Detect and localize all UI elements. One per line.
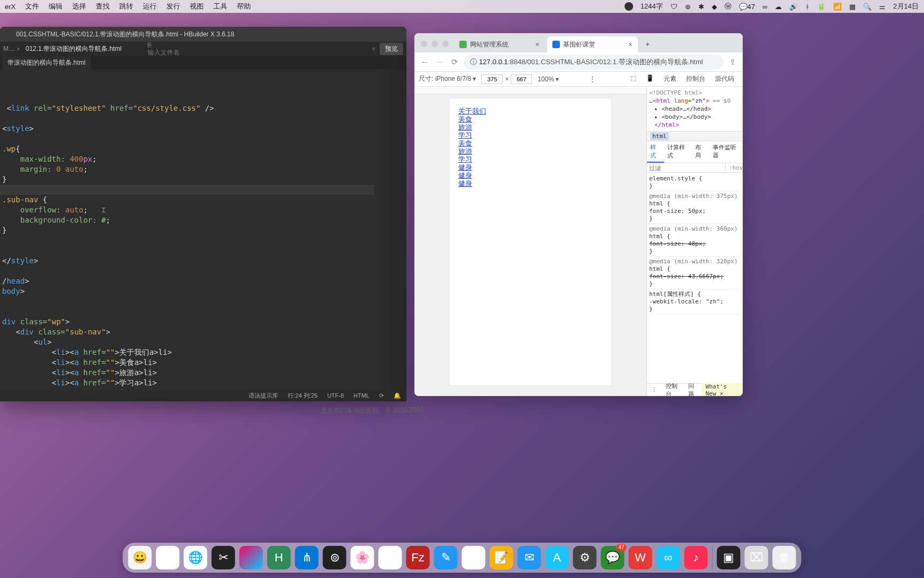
traffic-lights[interactable] bbox=[419, 41, 454, 52]
volume-icon[interactable]: 🔊 bbox=[789, 3, 798, 11]
drawer-issues[interactable]: 问题 bbox=[684, 382, 702, 397]
url-input[interactable]: ⓘ 127.0.0.1:8848/001.CSSHTML-BASIC/012.1… bbox=[464, 55, 723, 70]
dock-app[interactable]: 📝 bbox=[490, 546, 513, 569]
nav-link[interactable]: 旅游 bbox=[458, 123, 603, 131]
dock-app[interactable]: H bbox=[267, 546, 291, 569]
viewport-width-input[interactable] bbox=[481, 74, 503, 84]
menu-view[interactable]: 视图 bbox=[185, 2, 209, 11]
tab-styles[interactable]: 样式 bbox=[647, 141, 664, 163]
menu-help[interactable]: 帮助 bbox=[232, 2, 256, 11]
dock-app[interactable]: ☰ bbox=[462, 546, 486, 569]
menu-file[interactable]: 文件 bbox=[20, 2, 44, 11]
record-icon[interactable] bbox=[625, 2, 633, 11]
menu-publish[interactable]: 发行 bbox=[161, 2, 185, 11]
dock-app[interactable]: 🗑 bbox=[773, 546, 796, 569]
dock-app[interactable]: 🌐 bbox=[184, 546, 207, 569]
more-icon[interactable]: ⋮ bbox=[589, 75, 596, 83]
status-icon[interactable]: ⊕ bbox=[685, 3, 691, 11]
panel-sources[interactable]: 源代码 bbox=[711, 72, 738, 86]
dock-app[interactable]: ✎ bbox=[434, 546, 458, 569]
file-search-icon[interactable]: ⎘ bbox=[148, 41, 151, 49]
nav-link[interactable]: 美食 bbox=[458, 115, 603, 123]
menu-edit[interactable]: 编辑 bbox=[44, 2, 67, 11]
styles-filter-input[interactable] bbox=[647, 163, 725, 172]
status-icon[interactable]: ◆ bbox=[712, 3, 717, 11]
dock-app[interactable]: W bbox=[629, 546, 652, 569]
control-center-icon[interactable]: ⚌ bbox=[879, 3, 886, 11]
back-button[interactable]: ← bbox=[419, 56, 430, 68]
zoom-select[interactable]: 100% ▾ bbox=[537, 75, 559, 83]
page-preview[interactable]: 关于我们美食旅游学习美食旅游学习健身健身健身 bbox=[450, 98, 611, 385]
status-icon[interactable]: ▦ bbox=[849, 3, 856, 11]
share-icon[interactable]: ⇪ bbox=[727, 56, 738, 68]
panel-console[interactable]: 控制台 bbox=[682, 72, 710, 86]
bell-icon[interactable]: 🔔 bbox=[394, 392, 401, 399]
dock-app[interactable]: 14 bbox=[379, 546, 402, 569]
nav-link[interactable]: 健身 bbox=[458, 171, 603, 179]
wifi-icon[interactable]: 📶 bbox=[833, 3, 842, 11]
menu-tools[interactable]: 工具 bbox=[209, 2, 232, 11]
reload-button[interactable]: ⟳ bbox=[449, 56, 460, 68]
nav-link[interactable]: 学习 bbox=[458, 131, 603, 139]
dock-app[interactable]: ⋔ bbox=[295, 546, 319, 569]
wechat-status-icon[interactable]: 💬 47 bbox=[739, 3, 755, 11]
tab-listeners[interactable]: 事件监听器 bbox=[710, 141, 743, 163]
dock-app[interactable]: 🌸 bbox=[351, 546, 374, 569]
dock-app[interactable]: ⚙ bbox=[573, 546, 597, 569]
device-icon[interactable]: 📱 bbox=[642, 72, 658, 86]
dock-app[interactable]: ♪ bbox=[684, 546, 708, 569]
date[interactable]: 2月14日 bbox=[893, 2, 919, 11]
menu-find[interactable]: 查找 bbox=[91, 2, 114, 11]
dock-app[interactable]: 😀 bbox=[128, 546, 152, 569]
encoding[interactable]: UTF-8 bbox=[327, 392, 344, 399]
status-icon[interactable]: ☁ bbox=[775, 3, 782, 11]
status-icon[interactable]: ⓦ bbox=[725, 2, 732, 11]
dock-app[interactable] bbox=[240, 546, 263, 569]
dock-app[interactable]: 💬47 bbox=[601, 546, 625, 569]
nav-link[interactable]: 旅游 bbox=[458, 147, 603, 155]
preview-button[interactable]: 预览 bbox=[380, 43, 403, 55]
hov-toggle[interactable]: :hov bbox=[725, 163, 743, 172]
drawer-console[interactable]: 控制台 bbox=[661, 382, 684, 397]
search-icon[interactable]: 🔍 bbox=[863, 3, 872, 11]
nav-link[interactable]: 关于我们 bbox=[458, 107, 603, 115]
language[interactable]: HTML bbox=[353, 392, 369, 399]
menu-select[interactable]: 选择 bbox=[67, 2, 91, 11]
code-editor[interactable]: <link rel="stylesheet" href="css/style.c… bbox=[0, 70, 406, 390]
dock-app[interactable]: ⊞ bbox=[156, 546, 180, 569]
status-icon[interactable]: ✱ bbox=[698, 3, 704, 11]
dock-app[interactable]: ⊚ bbox=[323, 546, 346, 569]
browser-tab[interactable]: 网站管理系统× bbox=[454, 36, 545, 52]
menu-run[interactable]: 运行 bbox=[138, 2, 161, 11]
dock-app[interactable]: ∞ bbox=[657, 546, 680, 569]
crumb-file[interactable]: 012.1.带滚动图的横向导航条.html bbox=[21, 43, 126, 55]
app-name[interactable]: erX bbox=[0, 3, 20, 11]
dom-tree[interactable]: <!DOCTYPE html> …<html lang="zh"> == $0 … bbox=[647, 87, 743, 132]
sync-icon[interactable]: ⟳ bbox=[379, 392, 384, 399]
status-icon[interactable]: 🛡 bbox=[671, 3, 677, 11]
dock-app[interactable]: A bbox=[545, 546, 569, 569]
editor-tab[interactable]: 带滚动图的横向导航条.html bbox=[2, 56, 91, 70]
css-rules[interactable]: element.style {}@media (min-width: 375px… bbox=[647, 173, 743, 383]
status-icon[interactable]: ∞ bbox=[763, 3, 767, 11]
battery-icon[interactable]: 🔋 bbox=[817, 3, 826, 11]
dom-breadcrumb[interactable]: html bbox=[647, 132, 743, 141]
nav-link[interactable]: 学习 bbox=[458, 155, 603, 163]
forward-button[interactable]: → bbox=[434, 56, 445, 68]
dock-app[interactable]: Fz bbox=[406, 546, 430, 569]
dock-app[interactable]: ⌧ bbox=[745, 546, 768, 569]
new-tab-button[interactable]: + bbox=[640, 36, 655, 52]
filename-input[interactable] bbox=[148, 49, 372, 56]
nav-link[interactable]: 健身 bbox=[458, 163, 603, 171]
dock-app[interactable]: ▣ bbox=[717, 546, 741, 569]
inspect-icon[interactable]: ⬚ bbox=[626, 72, 641, 86]
viewport-height-input[interactable] bbox=[511, 74, 532, 84]
nav-link[interactable]: 美食 bbox=[458, 139, 603, 147]
syntax-hint[interactable]: 语法提示库 bbox=[249, 392, 278, 400]
device-select[interactable]: 尺寸: iPhone 6/7/8 ▾ bbox=[419, 74, 476, 83]
browser-tab-active[interactable]: 基围虾课堂× bbox=[547, 36, 638, 52]
close-tab-icon[interactable]: × bbox=[535, 40, 540, 49]
dock-app[interactable]: ✉ bbox=[518, 546, 541, 569]
dock-app[interactable]: ✂ bbox=[212, 546, 235, 569]
close-tab-icon[interactable]: × bbox=[628, 40, 633, 49]
